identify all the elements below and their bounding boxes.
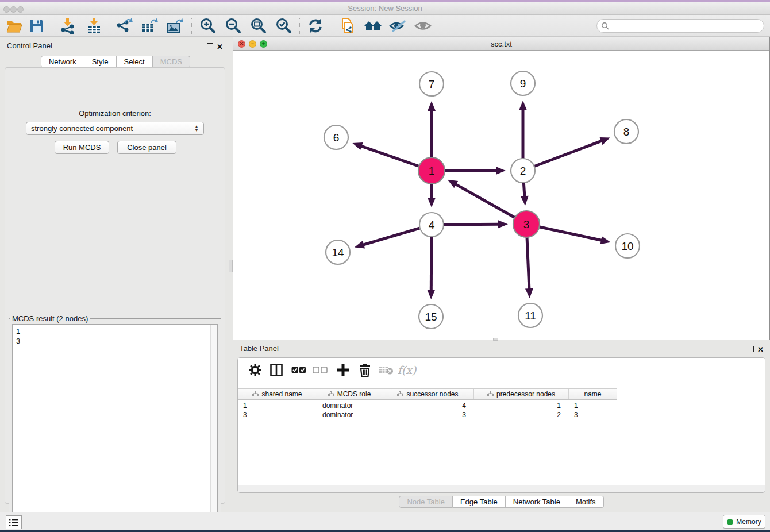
graph-node-label: 1 [429, 165, 435, 177]
task-list-button[interactable] [6, 515, 22, 529]
arrowhead-icon [600, 137, 610, 145]
graph-node-label: 14 [332, 246, 344, 259]
arrowhead-icon [498, 220, 508, 228]
search-box[interactable] [596, 19, 764, 33]
add-column-icon[interactable] [334, 361, 352, 379]
node-table-box: f(x) shared nameMCDS rolesuccessor nodes… [237, 357, 765, 493]
function-builder-icon[interactable]: f(x) [398, 361, 416, 379]
zoom-fit-icon[interactable] [248, 17, 269, 35]
criterion-dropdown[interactable]: strongly connected component ▲▼ [26, 122, 204, 135]
export-table-icon[interactable] [139, 17, 160, 35]
delete-column-icon[interactable] [356, 361, 374, 379]
copy-paste-style-icon[interactable] [337, 17, 358, 35]
open-session-icon[interactable] [3, 17, 24, 35]
column-header-predecessor-nodes[interactable]: predecessor nodes [474, 389, 569, 399]
tab-mcds[interactable]: MCDS [153, 56, 190, 68]
search-input[interactable] [609, 22, 764, 30]
table-cell[interactable]: 3 [382, 410, 474, 419]
zoom-in-icon[interactable] [198, 17, 218, 35]
toolbar-separator [332, 18, 332, 34]
scrollbar[interactable] [210, 325, 217, 526]
show-elements-icon[interactable] [413, 17, 433, 35]
network-canvas[interactable]: 7968124314101511 [233, 51, 769, 340]
table-panel: Table Panel ✕ [233, 342, 770, 512]
export-image-icon[interactable] [164, 17, 185, 35]
table-row[interactable]: 1dominator411 [238, 401, 617, 410]
delete-table-icon[interactable] [377, 361, 395, 379]
float-table-panel-icon[interactable] [748, 346, 754, 352]
toolbar-separator [191, 18, 192, 34]
graph-node-label: 11 [525, 310, 536, 322]
memory-status-icon [727, 519, 733, 525]
table-panel-tabs: Node TableEdge TableNetwork TableMotifs [233, 496, 770, 508]
graph-node-label: 10 [621, 240, 633, 252]
save-session-icon[interactable] [26, 17, 47, 35]
table-cell[interactable]: 1 [569, 401, 617, 410]
horizontal-scrollbar[interactable] [238, 485, 765, 492]
toolbar-separator [299, 18, 300, 34]
hide-elements-icon[interactable] [387, 17, 408, 35]
tab-select[interactable]: Select [117, 56, 153, 68]
arrowhead-icon [428, 101, 436, 111]
table-row[interactable]: 3dominator323 [238, 410, 617, 419]
column-header-MCDS-role[interactable]: MCDS role [317, 389, 382, 399]
mcds-result-group: MCDS result (2 nodes) 13 [9, 314, 221, 531]
column-header-successor-nodes[interactable]: successor nodes [382, 389, 474, 399]
tab-node-table[interactable]: Node Table [399, 496, 453, 508]
settings-gear-icon[interactable] [246, 361, 264, 379]
graph-edge-2-8[interactable] [523, 141, 602, 171]
network-window-titlebar[interactable]: ✕ − + scc.txt [233, 37, 769, 51]
home-views-icon[interactable] [363, 17, 383, 35]
toolbar-separator [55, 18, 55, 34]
view-splitter-handle[interactable] [493, 338, 498, 341]
network-view-window: ✕ − + scc.txt 7968124314101511 [233, 37, 770, 340]
table-cell[interactable]: 1 [474, 401, 569, 410]
close-panel-icon[interactable]: ✕ [217, 43, 223, 51]
deselect-all-icon[interactable] [311, 361, 329, 379]
import-network-icon[interactable] [57, 17, 78, 35]
tab-network[interactable]: Network [41, 56, 84, 68]
desktop-edge [0, 530, 770, 532]
mcds-result-text[interactable]: 13 [12, 324, 218, 526]
close-panel-button[interactable]: Close panel [117, 141, 176, 154]
mcds-result-line: 3 [16, 336, 217, 346]
import-table-icon[interactable] [84, 17, 105, 35]
titlebar[interactable]: Session: New Session [0, 2, 770, 15]
main-toolbar [0, 15, 770, 37]
refresh-view-icon[interactable] [305, 17, 326, 35]
table-cell[interactable]: dominator [317, 410, 382, 419]
split-view-icon[interactable] [267, 361, 286, 379]
table-cell[interactable]: 1 [238, 401, 317, 410]
tab-network-table[interactable]: Network Table [506, 496, 568, 508]
select-all-icon[interactable] [290, 361, 308, 379]
run-mcds-button[interactable]: Run MCDS [55, 141, 109, 154]
tab-edge-table[interactable]: Edge Table [453, 496, 506, 508]
arrowhead-icon [427, 290, 435, 299]
optimization-criterion-label: Optimization criterion: [5, 109, 225, 118]
export-network-icon[interactable] [114, 17, 134, 35]
arrowhead-icon [525, 288, 533, 298]
panel-splitter-handle[interactable] [229, 260, 233, 272]
node-table-header: shared nameMCDS rolesuccessor nodesprede… [238, 388, 617, 400]
zoom-selected-icon[interactable] [274, 17, 294, 35]
graph-node-label: 6 [333, 132, 340, 144]
tab-style[interactable]: Style [84, 56, 117, 68]
hierarchy-icon [397, 390, 403, 398]
memory-label: Memory [736, 518, 761, 526]
tab-motifs[interactable]: Motifs [568, 496, 604, 508]
column-header-name[interactable]: name [569, 389, 617, 399]
table-cell[interactable]: 3 [569, 410, 617, 419]
column-header-shared-name[interactable]: shared name [238, 389, 317, 399]
table-cell[interactable]: 2 [474, 410, 569, 419]
memory-button[interactable]: Memory [723, 515, 765, 529]
table-panel-title: Table Panel [240, 344, 279, 353]
zoom-out-icon[interactable] [223, 17, 244, 35]
table-cell[interactable]: 3 [238, 410, 317, 419]
session-title: Session: New Session [0, 4, 770, 13]
table-cell[interactable]: dominator [317, 401, 382, 410]
float-panel-icon[interactable] [207, 43, 213, 49]
arrowhead-icon [352, 142, 363, 150]
arrowhead-icon [600, 236, 611, 244]
close-table-panel-icon[interactable]: ✕ [757, 346, 764, 353]
table-cell[interactable]: 4 [382, 401, 474, 410]
